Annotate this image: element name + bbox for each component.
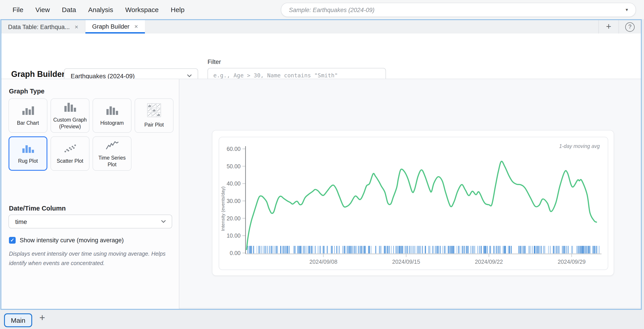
graph-type-rug-plot[interactable]: Rug Plot (8, 136, 48, 171)
graph-type-histogram[interactable]: Histogram (92, 98, 132, 133)
intensity-checkbox-label: Show intensity curve (moving average) (20, 237, 124, 244)
graph-type-label: Graph Type (9, 88, 44, 95)
svg-text:10.00: 10.00 (226, 232, 240, 239)
tab-data-table[interactable]: Data Table: Earthqua...× (1, 20, 86, 33)
svg-text:2024/09/08: 2024/09/08 (310, 259, 338, 265)
tab-bar: Data Table: Earthqua...×Graph Builder× +… (1, 20, 641, 33)
datetime-column-label: Date/Time Column (9, 205, 66, 212)
custom-graph-icon (63, 101, 77, 114)
help-icon: ? (625, 22, 634, 31)
app-root: FileViewDataAnalysisWorkspaceHelp Sample… (0, 0, 644, 329)
workspace-window: Data Table: Earthqua...×Graph Builder× +… (0, 19, 642, 310)
graph-type-label: Pair Plot (143, 122, 165, 128)
tab-label: Graph Builder (92, 23, 130, 30)
scatter-plot-icon (63, 143, 77, 155)
footer-divider (179, 308, 641, 309)
graph-type-bar-chart[interactable]: Bar Chart (8, 98, 48, 133)
pair-plot-icon (147, 103, 161, 119)
menu-item-workspace[interactable]: Workspace (125, 6, 159, 13)
dropdown-caret-icon: ▼ (625, 7, 636, 12)
menu-item-file[interactable]: File (12, 6, 23, 13)
menu-item-analysis[interactable]: Analysis (88, 6, 113, 13)
chart-panel: 0.0010.0020.0030.0040.0050.0060.002024/0… (212, 130, 614, 276)
bar-chart-icon (21, 105, 35, 117)
graph-type-time-series-plot[interactable]: Time Series Plot (92, 136, 132, 171)
svg-text:0.00: 0.00 (230, 250, 240, 256)
svg-text:30.00: 30.00 (226, 198, 240, 204)
graph-type-label: Rug Plot (17, 158, 39, 164)
menu-items: FileViewDataAnalysisWorkspaceHelp (12, 0, 184, 19)
sidebar: Graph Type Bar ChartCustom Graph (Previe… (1, 79, 179, 309)
tab-graph-builder[interactable]: Graph Builder× (86, 20, 145, 33)
graph-type-label: Time Series Plot (93, 155, 131, 168)
chevron-down-icon (161, 220, 166, 223)
close-icon[interactable]: × (134, 23, 138, 29)
svg-text:Intensity (events/day): Intensity (events/day) (220, 186, 226, 231)
chart-card: 0.0010.0020.0030.0040.0050.0060.002024/0… (219, 137, 608, 270)
graph-type-label: Histogram (99, 120, 125, 126)
sidebar-description: Displays event intensity over time using… (9, 249, 176, 268)
svg-text:2024/09/22: 2024/09/22 (475, 259, 503, 265)
bottom-tab-main[interactable]: Main (4, 313, 32, 327)
graph-type-label: Scatter Plot (56, 158, 85, 164)
graph-type-custom-graph[interactable]: Custom Graph (Preview) (50, 98, 90, 133)
graph-type-pair-plot[interactable]: Pair Plot (134, 98, 174, 133)
tabbar-right: + ? (598, 20, 641, 33)
tab-label: Data Table: Earthqua... (8, 23, 70, 30)
time-series-plot-icon (105, 139, 119, 152)
sample-dataset-dropdown[interactable]: Sample: Earthquakes (2024-09) ▼ (281, 3, 636, 17)
menu-item-view[interactable]: View (35, 6, 50, 13)
svg-text:20.00: 20.00 (226, 215, 240, 222)
tabs: Data Table: Earthqua...×Graph Builder× (1, 20, 145, 33)
menu-item-help[interactable]: Help (170, 6, 184, 13)
datetime-column-select[interactable]: time (8, 215, 172, 228)
svg-text:50.00: 50.00 (226, 163, 240, 169)
graph-type-label: Custom Graph (Preview) (51, 117, 89, 130)
checkbox-checked-icon[interactable]: ✓ (9, 237, 16, 244)
rug-plot-chart: 0.0010.0020.0030.0040.0050.0060.002024/0… (219, 137, 608, 270)
filter-label: Filter (208, 58, 221, 65)
menu-item-data[interactable]: Data (62, 6, 76, 13)
svg-text:1-day moving avg: 1-day moving avg (559, 143, 600, 149)
new-tab-button[interactable]: + (598, 20, 619, 33)
svg-text:2024/09/29: 2024/09/29 (558, 259, 586, 265)
svg-text:2024/09/15: 2024/09/15 (392, 259, 420, 265)
help-button[interactable]: ? (619, 20, 641, 33)
svg-text:40.00: 40.00 (226, 180, 240, 187)
chevron-down-icon (187, 74, 192, 77)
svg-text:60.00: 60.00 (226, 146, 240, 152)
close-icon[interactable]: × (75, 24, 78, 30)
intensity-checkbox-row[interactable]: ✓ Show intensity curve (moving average) (9, 237, 124, 244)
page-title: Graph Builder (11, 70, 65, 79)
chart-region: 0.0010.0020.0030.0040.0050.0060.002024/0… (179, 79, 641, 309)
add-sheet-button[interactable]: + (39, 312, 45, 324)
sample-dataset-value: Sample: Earthquakes (2024-09) (281, 6, 625, 13)
bottom-bar: Main + (0, 311, 644, 329)
graph-type-grid: Bar ChartCustom Graph (Preview)Histogram… (8, 98, 175, 171)
dataset-select-value: Earthquakes (2024-09) (64, 72, 187, 79)
rug-plot-icon (21, 143, 35, 155)
menu-bar: FileViewDataAnalysisWorkspaceHelp Sample… (0, 0, 644, 19)
histogram-icon (105, 105, 119, 117)
datetime-column-value: time (9, 218, 161, 225)
graph-type-label: Bar Chart (16, 120, 40, 126)
graph-type-scatter-plot[interactable]: Scatter Plot (50, 136, 90, 171)
